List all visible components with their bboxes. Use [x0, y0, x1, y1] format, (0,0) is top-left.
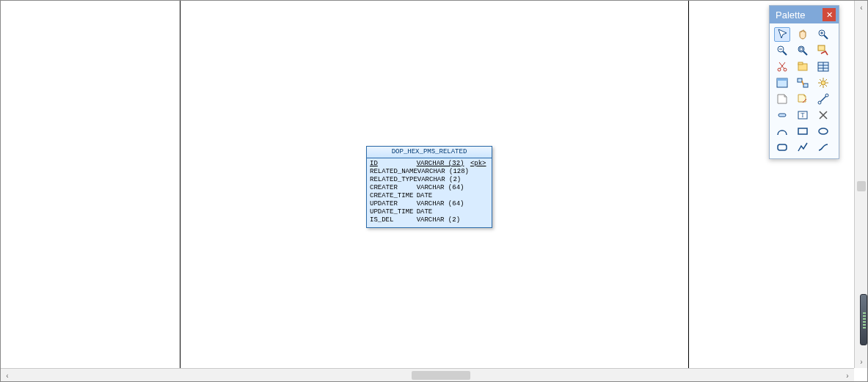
entity-column[interactable]: UPDATERVARCHAR (64) [370, 200, 489, 208]
page-edge-right [688, 1, 689, 368]
svg-rect-18 [798, 78, 802, 82]
svg-rect-34 [798, 128, 807, 134]
column-name: RELATED_NAME [370, 168, 417, 176]
note-icon[interactable] [774, 92, 790, 106]
rounded-rect-icon[interactable] [774, 140, 790, 155]
column-pk-marker [470, 192, 489, 200]
curve-icon[interactable] [815, 140, 831, 155]
diagram-canvas[interactable]: DOP_HEX_PMS_RELATED IDVARCHAR (32)<pk>RE… [1, 1, 854, 368]
svg-line-3 [783, 51, 787, 55]
svg-point-35 [819, 128, 828, 134]
dependency-icon[interactable] [795, 76, 811, 90]
zoom-out-icon[interactable] [774, 43, 790, 58]
svg-line-27 [825, 79, 827, 81]
entity-column[interactable]: IS_DELVARCHAR (2) [370, 216, 489, 224]
entity-column[interactable]: CREATE_TIMEDATE [370, 192, 489, 200]
column-type: VARCHAR (64) [417, 200, 470, 208]
zoom-fit-icon[interactable] [795, 43, 811, 58]
palette-title: Palette [776, 10, 823, 21]
column-name: UPDATE_TIME [370, 208, 417, 216]
scroll-down-arrow-icon[interactable]: › [855, 355, 868, 368]
page-edge-left [180, 1, 180, 368]
line-arc-icon[interactable] [774, 124, 790, 139]
package-icon[interactable] [795, 59, 811, 74]
scroll-right-arrow-icon[interactable]: › [841, 369, 854, 382]
attach-link-icon[interactable] [815, 92, 831, 106]
column-name: RELATED_TYPE [370, 176, 417, 184]
svg-point-20 [821, 81, 825, 85]
scroll-left-arrow-icon[interactable]: ‹ [1, 369, 14, 382]
column-type: VARCHAR (128) [417, 168, 470, 176]
entity-column[interactable]: IDVARCHAR (32)<pk> [370, 160, 489, 168]
column-type: DATE [417, 192, 470, 200]
link-note-icon[interactable] [795, 92, 811, 106]
svg-text:T: T [801, 112, 805, 119]
column-name: CREATER [370, 184, 417, 192]
vscroll-thumb[interactable] [857, 181, 866, 191]
entity-column[interactable]: CREATERVARCHAR (64) [370, 184, 489, 192]
column-pk-marker [470, 168, 489, 176]
close-icon[interactable]: ✕ [823, 8, 836, 21]
svg-point-29 [818, 101, 821, 104]
svg-rect-17 [777, 78, 787, 81]
entity-columns: IDVARCHAR (32)<pk>RELATED_NAMEVARCHAR (1… [367, 158, 492, 227]
palette-row [773, 139, 836, 155]
svg-rect-11 [798, 62, 803, 65]
column-type: VARCHAR (2) [417, 216, 470, 224]
polyline-icon[interactable] [795, 140, 811, 155]
column-tool-icon[interactable] [774, 108, 790, 122]
palette-row [773, 26, 836, 43]
entity-column[interactable]: RELATED_NAMEVARCHAR (128) [370, 168, 489, 176]
column-name: IS_DEL [370, 216, 417, 224]
palette-body: T [770, 23, 839, 158]
column-pk-marker [470, 184, 489, 192]
svg-line-25 [820, 79, 821, 81]
column-name: CREATE_TIME [370, 192, 417, 200]
table-entity-icon[interactable] [815, 59, 831, 74]
rectangle-icon[interactable] [795, 124, 811, 139]
scroll-up-arrow-icon[interactable]: ‹ [855, 1, 868, 14]
entity-table[interactable]: DOP_HEX_PMS_RELATED IDVARCHAR (32)<pk>RE… [366, 146, 492, 228]
hscroll-thumb[interactable] [412, 371, 470, 380]
palette-window[interactable]: Palette ✕ T [769, 5, 839, 159]
palette-row [773, 59, 836, 75]
settings-icon[interactable] [815, 76, 831, 90]
zoom-region-icon[interactable] [815, 43, 831, 58]
entity-icon[interactable] [774, 76, 790, 90]
column-type: VARCHAR (64) [417, 184, 470, 192]
splitter-handle[interactable] [860, 294, 867, 345]
palette-row [773, 123, 836, 139]
select-cursor-icon[interactable] [774, 27, 790, 42]
column-name: UPDATER [370, 200, 417, 208]
zoom-in-icon[interactable] [815, 27, 831, 42]
palette-header[interactable]: Palette ✕ [770, 6, 839, 23]
text-box-icon[interactable]: T [795, 108, 811, 122]
delete-tool-icon[interactable] [815, 108, 831, 122]
horizontal-scrollbar[interactable]: ‹ › [1, 368, 854, 381]
column-pk-marker [470, 200, 489, 208]
svg-line-5 [803, 51, 807, 55]
column-pk-marker [470, 176, 489, 184]
entity-title: DOP_HEX_PMS_RELATED [367, 147, 492, 158]
entity-column[interactable]: RELATED_TYPEVARCHAR (2) [370, 176, 489, 184]
column-pk-marker [470, 208, 489, 216]
svg-point-30 [825, 94, 828, 97]
palette-row [773, 43, 836, 59]
svg-line-26 [825, 85, 827, 87]
svg-line-28 [820, 85, 821, 87]
svg-rect-36 [778, 144, 787, 150]
column-type: VARCHAR (2) [417, 176, 470, 184]
svg-point-4 [798, 46, 804, 52]
svg-rect-7 [818, 45, 825, 51]
ellipse-icon[interactable] [815, 124, 831, 139]
cut-icon[interactable] [774, 59, 790, 74]
column-name: ID [370, 160, 417, 168]
svg-line-1 [824, 35, 828, 39]
column-pk-marker [470, 216, 489, 224]
entity-column[interactable]: UPDATE_TIMEDATE [370, 208, 489, 216]
column-pk-marker: <pk> [470, 160, 489, 168]
svg-rect-31 [778, 114, 786, 117]
pan-hand-icon[interactable] [795, 27, 811, 42]
svg-rect-19 [803, 84, 808, 87]
palette-row [773, 91, 836, 107]
